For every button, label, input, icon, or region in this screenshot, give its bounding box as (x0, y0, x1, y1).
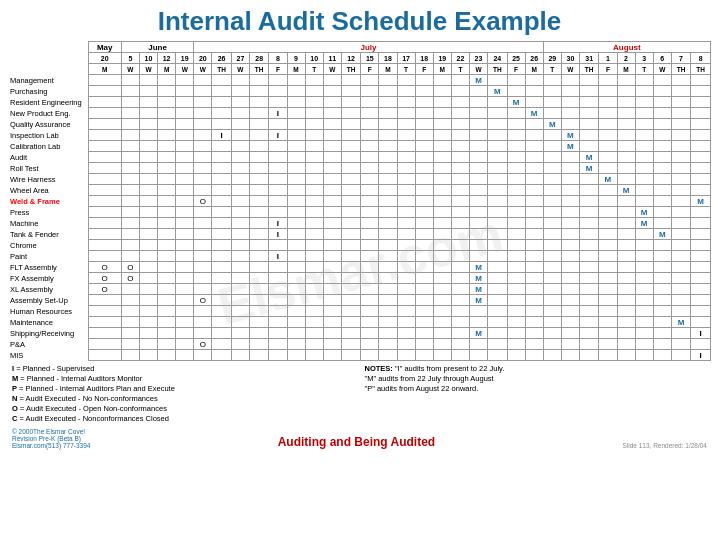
schedule-cell (305, 119, 323, 130)
schedule-cell (88, 295, 121, 306)
schedule-cell (599, 130, 617, 141)
schedule-cell (579, 141, 598, 152)
schedule-cell (231, 317, 249, 328)
schedule-cell (249, 229, 268, 240)
schedule-cell (341, 317, 360, 328)
schedule-cell (361, 97, 379, 108)
schedule-cell (158, 251, 176, 262)
schedule-cell (579, 75, 598, 86)
schedule-cell (361, 306, 379, 317)
schedule-cell (653, 284, 671, 295)
schedule-cell (379, 339, 397, 350)
schedule-cell (341, 97, 360, 108)
schedule-cell (212, 317, 231, 328)
schedule-cell (525, 218, 543, 229)
schedule-cell (305, 163, 323, 174)
schedule-cell (397, 119, 415, 130)
schedule-cell (415, 262, 433, 273)
schedule-cell (415, 350, 433, 361)
table-row: Wire HarnessM (8, 174, 711, 185)
schedule-cell: M (469, 273, 487, 284)
schedule-cell (433, 295, 451, 306)
schedule-cell (231, 262, 249, 273)
schedule-cell (176, 108, 194, 119)
schedule-cell (212, 251, 231, 262)
date-6: 6 (653, 53, 671, 64)
schedule-cell (341, 306, 360, 317)
date-19: 19 (176, 53, 194, 64)
date-11: 11 (323, 53, 341, 64)
schedule-cell (269, 152, 287, 163)
schedule-cell (212, 350, 231, 361)
schedule-cell (635, 339, 653, 350)
schedule-cell (543, 75, 561, 86)
schedule-cell (543, 108, 561, 119)
schedule-cell (599, 240, 617, 251)
schedule-cell (451, 251, 469, 262)
schedule-cell (361, 108, 379, 119)
schedule-cell (691, 174, 711, 185)
schedule-cell (397, 229, 415, 240)
schedule-cell (269, 284, 287, 295)
row-label: Roll Test (8, 163, 88, 174)
schedule-cell (361, 152, 379, 163)
schedule-cell (397, 108, 415, 119)
schedule-cell (653, 218, 671, 229)
schedule-cell (653, 97, 671, 108)
contact: Elsmar.com(513) 777-3394 (12, 442, 90, 449)
schedule-cell (269, 240, 287, 251)
schedule-cell (525, 229, 543, 240)
schedule-cell (158, 339, 176, 350)
schedule-cell (121, 328, 139, 339)
schedule-cell (561, 196, 579, 207)
schedule-cell (561, 119, 579, 130)
schedule-cell (269, 306, 287, 317)
schedule-cell (451, 284, 469, 295)
schedule-cell (269, 86, 287, 97)
row-label: Paint (8, 251, 88, 262)
schedule-cell (543, 163, 561, 174)
schedule-cell (507, 262, 525, 273)
table-row: Quality AssuranceM (8, 119, 711, 130)
schedule-cell (599, 273, 617, 284)
schedule-cell (231, 284, 249, 295)
schedule-cell (599, 119, 617, 130)
schedule-cell (341, 86, 360, 97)
schedule-cell (269, 273, 287, 284)
date-20: 20 (194, 53, 212, 64)
schedule-cell (415, 328, 433, 339)
schedule-cell (323, 141, 341, 152)
schedule-cell (469, 141, 487, 152)
schedule-cell (451, 119, 469, 130)
schedule-cell (579, 350, 598, 361)
schedule-cell (653, 130, 671, 141)
date-12b: 12 (341, 53, 360, 64)
schedule-cell (361, 262, 379, 273)
schedule-cell (691, 284, 711, 295)
schedule-cell (231, 163, 249, 174)
date-12: 12 (158, 53, 176, 64)
schedule-cell (249, 328, 268, 339)
schedule-cell (671, 163, 690, 174)
schedule-cell (361, 86, 379, 97)
schedule-cell (212, 284, 231, 295)
schedule-cell (379, 295, 397, 306)
schedule-cell (397, 251, 415, 262)
schedule-cell (121, 317, 139, 328)
schedule-cell (671, 174, 690, 185)
schedule-cell (561, 185, 579, 196)
schedule-cell (212, 152, 231, 163)
schedule-cell (287, 86, 305, 97)
schedule-cell (561, 284, 579, 295)
row-label: Human Resources (8, 306, 88, 317)
schedule-cell (488, 295, 507, 306)
schedule-cell (433, 229, 451, 240)
date-header-row: 20 5 10 12 19 20 26 27 28 8 9 10 11 12 1… (8, 53, 711, 64)
schedule-cell (287, 130, 305, 141)
schedule-cell (305, 141, 323, 152)
schedule-cell (451, 196, 469, 207)
schedule-cell (451, 350, 469, 361)
schedule-cell (469, 350, 487, 361)
schedule-cell (653, 273, 671, 284)
schedule-cell (397, 174, 415, 185)
